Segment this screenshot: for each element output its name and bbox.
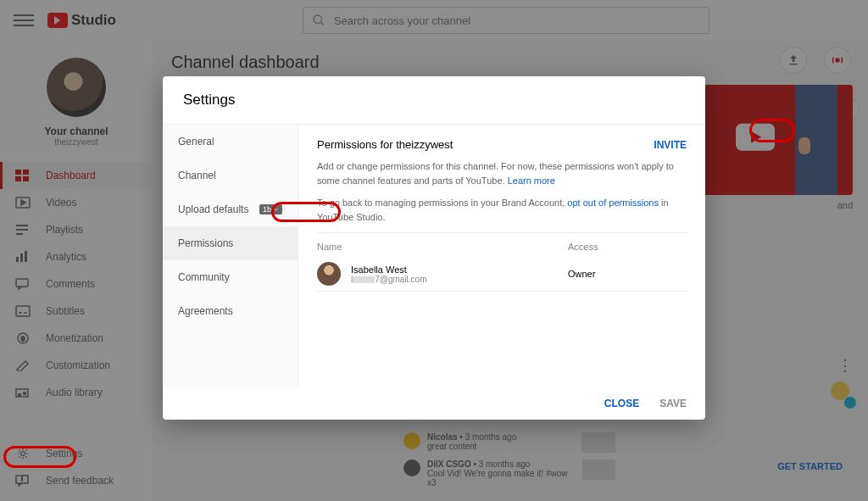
dialog-nav: General Channel Upload defaults1b Permis… (163, 125, 298, 387)
learn-more-link[interactable]: Learn more (508, 175, 555, 186)
close-button[interactable]: CLOSE (604, 398, 639, 409)
user-email: i7@gmail.com (351, 275, 568, 284)
settings-nav-upload-defaults[interactable]: Upload defaults1b (163, 192, 298, 226)
user-name: Isabella West (351, 264, 568, 275)
settings-nav-general[interactable]: General (163, 125, 298, 159)
settings-nav-permissions[interactable]: Permissions (163, 226, 298, 260)
user-avatar (317, 262, 341, 286)
nav-label: Upload defaults (178, 203, 248, 215)
settings-nav-channel[interactable]: Channel (163, 159, 298, 192)
user-access: Owner (568, 269, 687, 279)
permissions-table-head: Name Access (317, 232, 687, 257)
dialog-content: Permissions for theizzywest INVITE Add o… (298, 125, 705, 387)
dialog-title: Settings (163, 76, 705, 125)
modal-overlay: Settings General Channel Upload defaults… (0, 0, 868, 501)
dialog-footer: CLOSE SAVE (163, 387, 705, 420)
col-name: Name (317, 242, 568, 252)
nav-label: General (178, 136, 214, 148)
invite-button[interactable]: INVITE (654, 139, 687, 151)
permissions-desc-1: Add or change permissions for this chann… (317, 159, 687, 187)
settings-dialog: Settings General Channel Upload defaults… (163, 76, 705, 420)
nav-label: Permissions (178, 237, 233, 249)
badge-icon: 1b (259, 204, 282, 214)
nav-label: Channel (178, 170, 216, 181)
save-button[interactable]: SAVE (659, 398, 687, 409)
nav-label: Agreements (178, 305, 233, 317)
nav-label: Community (178, 271, 230, 283)
col-access: Access (568, 242, 687, 252)
permissions-row[interactable]: Isabella West i7@gmail.com Owner (317, 257, 687, 292)
settings-nav-community[interactable]: Community (163, 260, 298, 294)
permissions-title: Permissions for theizzywest (317, 138, 453, 151)
settings-nav-agreements[interactable]: Agreements (163, 294, 298, 328)
opt-out-link[interactable]: opt out of permissions (567, 198, 659, 208)
redacted-text (353, 276, 375, 283)
permissions-desc-2: To go back to managing permissions in yo… (317, 196, 687, 224)
